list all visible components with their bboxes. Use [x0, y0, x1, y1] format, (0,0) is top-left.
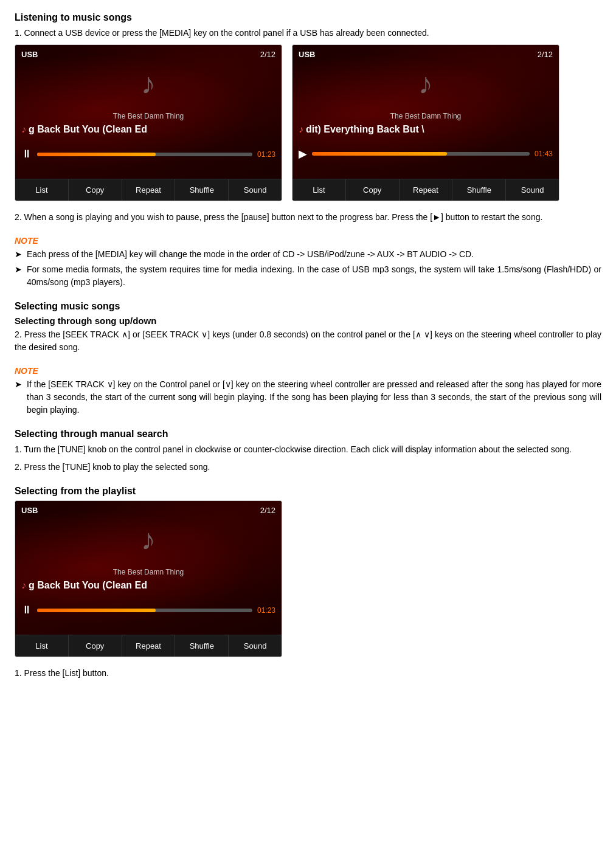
time-display-1: 01:23 — [257, 150, 275, 159]
section-selecting: Selecting music songs Selecting through … — [15, 301, 601, 354]
pause-btn-1[interactable]: ⏸ — [21, 148, 32, 160]
pause-btn-3[interactable]: ⏸ — [21, 604, 32, 616]
time-display-2: 01:43 — [535, 150, 553, 158]
song-icon-3: ♪ — [21, 580, 26, 591]
ctrl-shuffle-2[interactable]: Shuffle — [452, 179, 506, 201]
ctrl-copy-1[interactable]: Copy — [69, 179, 122, 201]
note-item-1-1: ➤ Each press of the [MEDIA] key will cha… — [15, 248, 601, 261]
section-playlist: Selecting from the playlist USB 2/12 ♪ T… — [15, 486, 601, 680]
ctrl-sound-3[interactable]: Sound — [229, 635, 282, 657]
song-title-1: ♪g Back But You (Clean Ed — [21, 124, 275, 135]
player-panel-2: USB 2/12 ♪ The Best Damn Thing ♪dit) Eve… — [292, 44, 559, 201]
time-display-3: 01:23 — [257, 606, 275, 615]
manual-text1: 1. Turn the [TUNE] knob on the control p… — [15, 443, 601, 456]
select-sub: Selecting through song up/down — [15, 316, 601, 326]
note-block-2: NOTE ➤ If the [SEEK TRACK ∨] key on the … — [15, 366, 601, 416]
select-text: 2. Press the [SEEK TRACK ∧] or [SEEK TRA… — [15, 328, 601, 354]
section-manual: Selecting through manual search 1. Turn … — [15, 429, 601, 474]
player-panel-3: USB 2/12 ♪ The Best Damn Thing ♪g Back B… — [15, 500, 282, 657]
song-icon-2: ♪ — [299, 124, 303, 135]
progress-area-1: ⏸ 01:23 — [21, 148, 275, 160]
song-icon-1: ♪ — [21, 124, 26, 135]
select-title: Selecting music songs — [15, 301, 601, 312]
ctrl-shuffle-1[interactable]: Shuffle — [175, 179, 229, 201]
play-btn-2[interactable]: ▶ — [299, 147, 307, 160]
music-note-icon-2: ♪ — [418, 67, 433, 100]
ctrl-copy-2[interactable]: Copy — [346, 179, 400, 201]
player-controls-3: List Copy Repeat Shuffle Sound — [15, 635, 282, 657]
section-title: Listening to music songs — [15, 12, 601, 23]
arrow-icon-2: ➤ — [15, 263, 22, 289]
song-title-2: ♪dit) Everything Back But \ — [299, 124, 553, 135]
music-note-icon-3: ♪ — [141, 523, 156, 556]
progress-area-2: ▶ 01:43 — [299, 147, 553, 160]
ctrl-repeat-3[interactable]: Repeat — [122, 635, 176, 657]
artist-name-2: The Best Damn Thing — [390, 112, 462, 120]
ctrl-list-1[interactable]: List — [15, 179, 69, 201]
progress-bar-fill-2 — [312, 152, 447, 156]
track-count-2: 2/12 — [538, 50, 553, 59]
note-item-2-1: ➤ If the [SEEK TRACK ∨] key on the Contr… — [15, 378, 601, 416]
note-text-1-2: For some media formats, the system requi… — [27, 263, 601, 289]
arrow-icon-3: ➤ — [15, 378, 22, 416]
track-count-1: 2/12 — [260, 50, 275, 59]
manual-title: Selecting through manual search — [15, 429, 601, 440]
player-controls-1: List Copy Repeat Shuffle Sound — [15, 179, 282, 201]
progress-bar-bg-3 — [37, 609, 252, 612]
player-panels-row1: USB 2/12 ♪ The Best Damn Thing ♪g Back B… — [15, 44, 601, 201]
player-panels-row2: USB 2/12 ♪ The Best Damn Thing ♪g Back B… — [15, 500, 601, 657]
usb-label-1: USB — [21, 50, 38, 59]
section2-text: 2. When a song is playing and you wish t… — [15, 211, 601, 224]
ctrl-list-3[interactable]: List — [15, 635, 69, 657]
ctrl-sound-2[interactable]: Sound — [506, 179, 559, 201]
song-title-3: ♪g Back But You (Clean Ed — [21, 580, 275, 591]
ctrl-list-2[interactable]: List — [292, 179, 346, 201]
note-label-2: NOTE — [15, 366, 601, 376]
ctrl-repeat-1[interactable]: Repeat — [122, 179, 176, 201]
intro-text: 1. Connect a USB device or press the [ME… — [15, 27, 601, 40]
note-label-1: NOTE — [15, 236, 601, 246]
progress-bar-fill-1 — [37, 153, 156, 156]
ctrl-copy-3[interactable]: Copy — [69, 635, 122, 657]
usb-label-2: USB — [299, 50, 315, 59]
player-screen-1: USB 2/12 ♪ The Best Damn Thing ♪g Back B… — [15, 45, 282, 179]
progress-area-3: ⏸ 01:23 — [21, 604, 275, 616]
section-listening: Listening to music songs 1. Connect a US… — [15, 12, 601, 224]
track-count-3: 2/12 — [260, 506, 275, 515]
progress-bar-fill-3 — [37, 609, 156, 612]
playlist-title: Selecting from the playlist — [15, 486, 601, 497]
music-note-icon-1: ♪ — [141, 67, 156, 100]
progress-bar-bg-1 — [37, 153, 252, 156]
note-block-1: NOTE ➤ Each press of the [MEDIA] key wil… — [15, 236, 601, 289]
note-item-1-2: ➤ For some media formats, the system req… — [15, 263, 601, 289]
progress-bar-bg-2 — [312, 152, 530, 156]
playlist-note: 1. Press the [List] button. — [15, 667, 601, 680]
ctrl-shuffle-3[interactable]: Shuffle — [175, 635, 229, 657]
ctrl-sound-1[interactable]: Sound — [229, 179, 282, 201]
player-controls-2: List Copy Repeat Shuffle Sound — [292, 179, 559, 201]
player-screen-3: USB 2/12 ♪ The Best Damn Thing ♪g Back B… — [15, 501, 282, 635]
usb-label-3: USB — [21, 506, 38, 515]
player-screen-2: USB 2/12 ♪ The Best Damn Thing ♪dit) Eve… — [292, 45, 559, 179]
artist-name-1: The Best Damn Thing — [113, 112, 184, 120]
ctrl-repeat-2[interactable]: Repeat — [400, 179, 453, 201]
note-text-1-1: Each press of the [MEDIA] key will chang… — [27, 248, 474, 261]
note-text-2-1: If the [SEEK TRACK ∨] key on the Control… — [27, 378, 601, 416]
arrow-icon-1: ➤ — [15, 248, 22, 261]
player-panel-1: USB 2/12 ♪ The Best Damn Thing ♪g Back B… — [15, 44, 282, 201]
manual-text2: 2. Press the [TUNE] knob to play the sel… — [15, 461, 601, 474]
artist-name-3: The Best Damn Thing — [113, 568, 184, 576]
